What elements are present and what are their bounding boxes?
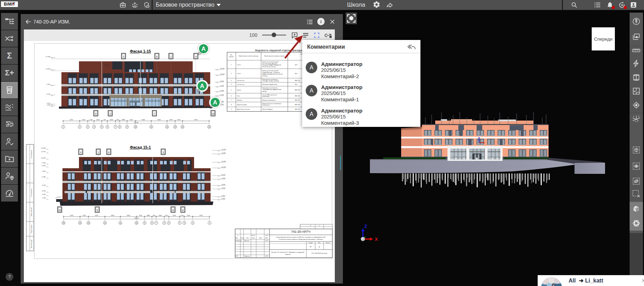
svg-text:Штукатурка жидкий гранит: Штукатурка жидкий гранит	[262, 84, 278, 85]
svg-text:+12.960: +12.960	[220, 68, 225, 69]
svg-text:t=100 мм: t=100 мм	[262, 75, 267, 77]
svg-text:1: 1	[170, 55, 172, 58]
svg-text:красный грубый "Альтаир".: красный грубый "Альтаир".	[262, 63, 278, 64]
svg-text:+7.050: +7.050	[221, 178, 225, 179]
svg-text:3120: 3120	[139, 214, 142, 216]
svg-text:+0.020: +0.020	[41, 190, 46, 192]
svg-text:6: 6	[238, 235, 238, 236]
svg-text:4: 4	[80, 151, 81, 154]
svg-text:Z: Z	[364, 224, 367, 229]
svg-text:Общеобразовательная школа на 8: Общеобразовательная школа на 825 мест уч…	[276, 236, 326, 238]
svg-text:+15.380: +15.380	[104, 64, 109, 66]
svg-text:Родионов: Родионов	[244, 256, 250, 257]
svg-text:+7.050: +7.050	[220, 85, 224, 87]
svg-text:+4.350: +4.350	[221, 184, 225, 185]
svg-text:8: 8	[231, 104, 232, 105]
svg-text:Окна из ПВХ переплетов с: Окна из ПВХ переплетов с	[262, 94, 277, 96]
svg-text:Курбатов: Курбатов	[244, 240, 249, 241]
svg-text:+17.250: +17.250	[221, 149, 226, 150]
svg-text:15: 15	[62, 222, 65, 224]
svg-text:ГИП: ГИП	[235, 256, 238, 257]
svg-text:RAL 9011: RAL 9011	[295, 109, 300, 110]
svg-text:+10.050: +10.050	[41, 157, 46, 159]
svg-text:Лист: Лист	[246, 237, 249, 239]
svg-text:3120: 3120	[82, 119, 86, 121]
svg-text:7: 7	[154, 113, 155, 115]
svg-text:+13.960: +13.960	[41, 148, 46, 149]
svg-text:2880: 2880	[122, 119, 125, 121]
svg-text:-1.300: -1.300	[42, 197, 46, 199]
svg-text:3120: 3120	[177, 119, 181, 121]
svg-text:t=60 мм: t=60 мм	[262, 91, 267, 92]
svg-text:2: 2	[319, 246, 320, 248]
svg-text:2: 2	[109, 113, 111, 115]
svg-text:5: 5	[231, 89, 232, 91]
svg-text:Подп: Подп	[259, 237, 262, 239]
svg-text:Участки стен: Участки стен	[237, 84, 245, 85]
svg-text:+12.960: +12.960	[221, 161, 226, 162]
svg-text:KNAUF INSULATION ПРОФ ТБ 0,34: KNAUF INSULATION ПРОФ ТБ 0,34	[262, 74, 283, 75]
svg-text:+3.150: +3.150	[221, 188, 225, 189]
svg-text:10: 10	[58, 209, 61, 211]
svg-text:Наименование элемента фасада: Наименование элемента фасада	[239, 55, 258, 57]
svg-text:Кол.уч: Кол.уч	[241, 237, 244, 239]
svg-text:1: 1	[231, 64, 232, 66]
svg-text:420: 420	[104, 119, 106, 121]
svg-text:гладкий "Альтаир". Утеплитель: гладкий "Альтаир". Утеплитель	[262, 72, 280, 73]
svg-text:8: 8	[172, 209, 174, 211]
svg-text:-0.450: -0.450	[221, 195, 225, 197]
svg-text:+7.850: +7.850	[41, 162, 46, 164]
svg-text:3: 3	[162, 151, 164, 154]
svg-text:"ТЕХНОНИКОЛЬ CARBON PROF": "ТЕХНОНИКОЛЬ CARBON PROF"	[262, 89, 282, 90]
svg-text:-0.390: -0.390	[46, 104, 50, 106]
svg-text:11: 11	[151, 126, 152, 128]
svg-text:-0.120: -0.120	[46, 103, 50, 104]
svg-text:+3.150: +3.150	[220, 94, 224, 96]
svg-text:-0.050: -0.050	[42, 194, 46, 195]
svg-text:+15.825: +15.825	[221, 152, 226, 154]
svg-text:А: А	[213, 99, 217, 106]
svg-text:+3.740: +3.740	[41, 185, 46, 186]
svg-text:Водосточная система: Водосточная система	[237, 109, 250, 110]
svg-text:4210: 4210	[173, 214, 176, 216]
svg-text:Изм: Изм	[235, 237, 238, 239]
svg-text:RAL 9011: RAL 9011	[295, 80, 300, 81]
svg-text:Лист: Лист	[318, 242, 321, 244]
svg-text:RAL 9011: RAL 9011	[295, 89, 300, 91]
svg-text:6370: 6370	[70, 119, 73, 121]
svg-text:6000: 6000	[111, 214, 114, 216]
svg-text:2: 2	[231, 73, 232, 74]
svg-text:Инв. № подл.: Инв. № подл.	[31, 239, 32, 248]
svg-text:11: 11	[120, 222, 121, 224]
svg-text:6000: 6000	[158, 119, 161, 121]
svg-text:6370: 6370	[194, 119, 198, 121]
svg-text:14: 14	[79, 222, 81, 224]
svg-text:55720: 55720	[134, 217, 139, 219]
svg-text:+9.200: +9.200	[41, 165, 46, 166]
svg-text:6: 6	[108, 151, 109, 154]
svg-text:Утеплитель KNAUF INSULATION: Утеплитель KNAUF INSULATION	[262, 64, 281, 66]
svg-text:4: 4	[195, 55, 197, 58]
svg-text:1740: 1740	[180, 214, 184, 216]
svg-text:RAL 9011: RAL 9011	[295, 104, 300, 105]
svg-text:5540: 5540	[159, 214, 162, 216]
svg-text:Штукатурка по утеплителю: Штукатурка по утеплителю	[262, 87, 278, 89]
svg-text:6370: 6370	[199, 214, 203, 216]
svg-text:остекленные: остекленные	[262, 104, 270, 106]
svg-text:ламинацией: ламинацией	[262, 96, 269, 97]
svg-text:Взам. инв. №: Взам. инв. №	[31, 207, 32, 216]
svg-text:10: 10	[620, 4, 623, 6]
svg-text:Цвет: Цвет	[295, 73, 298, 74]
svg-text:+17.280: +17.280	[45, 56, 50, 57]
svg-text:Витражи: Витражи	[237, 100, 242, 101]
svg-text:5: 5	[95, 113, 97, 115]
svg-text:420: 420	[165, 214, 168, 216]
svg-text:04.22: 04.22	[265, 235, 268, 236]
svg-text:№док: №док	[252, 237, 255, 239]
svg-text:Штукатурка по утеплителю: Штукатурка по утеплителю	[262, 79, 278, 80]
svg-text:+4.350: +4.350	[220, 90, 224, 91]
svg-text:+8.250: +8.250	[221, 174, 225, 176]
svg-text:Разработал: Разработал	[235, 240, 242, 241]
svg-text:12: 12	[104, 222, 106, 224]
svg-text:X: X	[375, 237, 378, 242]
